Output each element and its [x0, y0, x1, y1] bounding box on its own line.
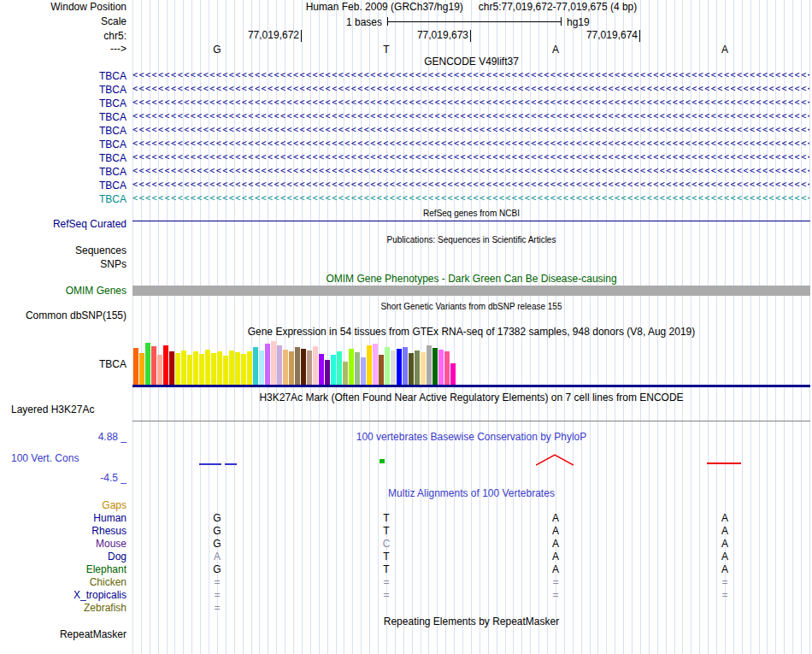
gtex-tissue-bar[interactable]	[444, 351, 450, 386]
gtex-gene-label[interactable]: TBCA	[0, 359, 130, 370]
gtex-tissue-bar[interactable]	[211, 353, 216, 386]
gtex-tissue-bar[interactable]	[355, 352, 360, 386]
species-label[interactable]: Rhesus	[0, 526, 130, 537]
gtex-tissue-bar[interactable]	[319, 354, 324, 386]
transcript-arrow-line[interactable]: <<<<<<<<<<<<<<<<<<<<<<<<<<<<<<<<<<<<<<<<…	[132, 82, 809, 96]
h3k27ac-title[interactable]: H3K27Ac Mark (Often Found Near Active Re…	[132, 392, 810, 404]
transcript-arrow-line[interactable]: <<<<<<<<<<<<<<<<<<<<<<<<<<<<<<<<<<<<<<<<…	[132, 96, 809, 109]
multiz-title[interactable]: Multiz Alignments of 100 Vertebrates	[132, 488, 810, 499]
transcript-arrow-line[interactable]: <<<<<<<<<<<<<<<<<<<<<<<<<<<<<<<<<<<<<<<<…	[132, 68, 809, 82]
gtex-tissue-bar[interactable]	[301, 349, 306, 386]
species-label[interactable]: Chicken	[0, 577, 130, 588]
gtex-tissue-bar[interactable]	[181, 351, 186, 386]
gtex-tissue-bar[interactable]	[349, 349, 354, 386]
gtex-tissue-bar[interactable]	[295, 347, 300, 386]
gencode-transcript-label[interactable]: TBCA	[0, 166, 130, 178]
gtex-tissue-bar[interactable]	[133, 348, 138, 386]
strand-direction-label[interactable]: --->	[0, 44, 130, 55]
cons-track-label[interactable]: 100 Vert. Cons	[0, 453, 130, 464]
species-label[interactable]: X_tropicalis	[0, 590, 130, 601]
species-label[interactable]: Mouse	[0, 539, 130, 550]
omim-title[interactable]: OMIM Gene Phenotypes - Dark Green Can Be…	[132, 274, 810, 285]
gencode-transcript-row[interactable]: TBCA<<<<<<<<<<<<<<<<<<<<<<<<<<<<<<<<<<<<…	[0, 68, 812, 82]
gtex-tissue-bar[interactable]	[205, 350, 210, 386]
repeatmasker-label[interactable]: RepeatMasker	[0, 629, 130, 640]
gtex-tissue-bar[interactable]	[438, 350, 444, 386]
gtex-tissue-bar[interactable]	[139, 353, 144, 386]
gtex-tissue-bar[interactable]	[379, 355, 384, 386]
gtex-tissue-bar[interactable]	[145, 343, 150, 386]
publications-title[interactable]: Publications: Sequences in Scientific Ar…	[132, 234, 810, 245]
gencode-transcript-label[interactable]: TBCA	[0, 193, 130, 205]
transcript-arrow-line[interactable]: <<<<<<<<<<<<<<<<<<<<<<<<<<<<<<<<<<<<<<<<…	[132, 137, 809, 150]
gtex-tissue-bar[interactable]	[403, 347, 408, 386]
species-label[interactable]: Zebrafish	[0, 603, 130, 614]
gtex-tissue-bar[interactable]	[325, 360, 330, 386]
gtex-tissue-bar[interactable]	[432, 348, 438, 386]
gtex-tissue-bar[interactable]	[450, 363, 456, 386]
gtex-tissue-bar[interactable]	[223, 356, 228, 386]
transcript-arrow-line[interactable]: <<<<<<<<<<<<<<<<<<<<<<<<<<<<<<<<<<<<<<<<…	[132, 109, 809, 123]
gtex-tissue-bar[interactable]	[259, 351, 264, 386]
gencode-transcript-label[interactable]: TBCA	[0, 70, 130, 82]
refseq-curated-label[interactable]: RefSeq Curated	[0, 219, 130, 230]
species-label[interactable]: Elephant	[0, 564, 130, 575]
gencode-transcript-label[interactable]: TBCA	[0, 125, 130, 137]
gencode-transcript-label[interactable]: TBCA	[0, 84, 130, 96]
refseq-curated-track[interactable]	[132, 221, 810, 221]
gtex-title[interactable]: Gene Expression in 54 tissues from GTEx …	[132, 327, 810, 338]
gtex-tissue-bar[interactable]	[265, 344, 270, 386]
gtex-tissue-bar[interactable]	[253, 347, 258, 386]
gtex-tissue-bar[interactable]	[397, 349, 402, 386]
gtex-tissue-bar[interactable]	[199, 354, 204, 386]
gtex-tissue-bar[interactable]	[373, 344, 378, 386]
gtex-tissue-bar[interactable]	[391, 351, 396, 386]
gtex-tissue-bar[interactable]	[307, 351, 312, 386]
transcript-arrow-line[interactable]: <<<<<<<<<<<<<<<<<<<<<<<<<<<<<<<<<<<<<<<<…	[132, 123, 809, 137]
gtex-tissue-bar[interactable]	[187, 355, 192, 386]
gtex-tissue-bar[interactable]	[241, 354, 246, 386]
gtex-tissue-bar[interactable]	[157, 355, 162, 386]
transcript-arrow-line[interactable]: <<<<<<<<<<<<<<<<<<<<<<<<<<<<<<<<<<<<<<<<…	[132, 191, 809, 205]
gencode-transcript-label[interactable]: TBCA	[0, 180, 130, 191]
gtex-tissue-bar[interactable]	[193, 351, 198, 386]
gencode-transcript-label[interactable]: TBCA	[0, 97, 130, 109]
gtex-tissue-bar[interactable]	[361, 357, 366, 386]
gtex-tissue-bar[interactable]	[175, 353, 180, 386]
gencode-title[interactable]: GENCODE V49lift37	[132, 56, 810, 68]
gencode-transcript-row[interactable]: TBCA<<<<<<<<<<<<<<<<<<<<<<<<<<<<<<<<<<<<…	[0, 137, 812, 150]
gencode-transcript-row[interactable]: TBCA<<<<<<<<<<<<<<<<<<<<<<<<<<<<<<<<<<<<…	[0, 109, 812, 123]
gencode-transcript-row[interactable]: TBCA<<<<<<<<<<<<<<<<<<<<<<<<<<<<<<<<<<<<…	[0, 164, 812, 178]
refseq-title[interactable]: RefSeq genes from NCBI	[132, 208, 810, 219]
gencode-transcript-row[interactable]: TBCA<<<<<<<<<<<<<<<<<<<<<<<<<<<<<<<<<<<<…	[0, 178, 812, 191]
gtex-bar-chart[interactable]	[133, 342, 811, 386]
gtex-tissue-bar[interactable]	[331, 355, 336, 386]
species-label[interactable]: Gaps	[0, 500, 130, 511]
gtex-tissue-bar[interactable]	[289, 351, 294, 386]
dbsnp-label[interactable]: Common dbSNP(155)	[0, 310, 130, 321]
sequences-label[interactable]: Sequences	[0, 245, 130, 256]
transcript-arrow-line[interactable]: <<<<<<<<<<<<<<<<<<<<<<<<<<<<<<<<<<<<<<<<…	[132, 164, 809, 178]
gencode-transcript-row[interactable]: TBCA<<<<<<<<<<<<<<<<<<<<<<<<<<<<<<<<<<<<…	[0, 96, 812, 109]
gtex-tissue-bar[interactable]	[163, 345, 168, 386]
gtex-tissue-bar[interactable]	[247, 351, 252, 386]
species-label[interactable]: Human	[0, 513, 130, 524]
gtex-tissue-bar[interactable]	[367, 345, 372, 386]
gtex-tissue-bar[interactable]	[229, 351, 234, 386]
gtex-tissue-bar[interactable]	[271, 341, 276, 386]
phylop-title[interactable]: 100 vertebrates Basewise Conservation by…	[132, 432, 810, 443]
gtex-tissue-bar[interactable]	[277, 345, 282, 386]
gtex-tissue-bar[interactable]	[169, 351, 174, 386]
transcript-arrow-line[interactable]: <<<<<<<<<<<<<<<<<<<<<<<<<<<<<<<<<<<<<<<<…	[132, 178, 809, 191]
repeatmasker-title[interactable]: Repeating Elements by RepeatMasker	[132, 616, 810, 627]
gtex-tissue-bar[interactable]	[421, 352, 426, 386]
gtex-tissue-bar[interactable]	[217, 351, 222, 386]
gtex-tissue-bar[interactable]	[409, 353, 414, 386]
gtex-tissue-bar[interactable]	[343, 362, 348, 386]
gencode-transcript-row[interactable]: TBCA<<<<<<<<<<<<<<<<<<<<<<<<<<<<<<<<<<<<…	[0, 191, 812, 205]
gtex-tissue-bar[interactable]	[313, 346, 318, 386]
gtex-tissue-bar[interactable]	[415, 351, 420, 386]
species-label[interactable]: Dog	[0, 551, 130, 563]
gencode-transcript-label[interactable]: TBCA	[0, 111, 130, 123]
gencode-transcript-label[interactable]: TBCA	[0, 152, 130, 164]
